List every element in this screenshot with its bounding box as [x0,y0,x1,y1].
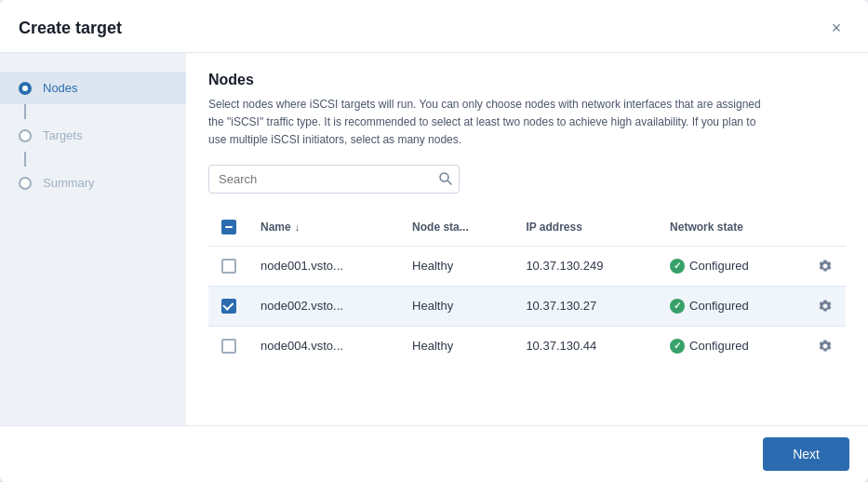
select-all-checkbox[interactable] [220,218,238,236]
nodes-table: Name ↓ Node sta... IP address Network st… [208,208,846,366]
col-header-name: Name ↓ [249,208,401,247]
dialog-footer: Next [0,425,868,482]
row3-gear-button[interactable] [816,337,835,355]
next-button[interactable]: Next [763,437,849,471]
gear-icon [818,339,833,354]
sidebar: Nodes Targets Summary [0,53,186,425]
search-container [208,165,460,194]
row1-gear-button[interactable] [816,257,835,275]
row3-ip-address: 10.37.130.44 [514,326,659,366]
row2-gear-button[interactable] [816,297,835,315]
svg-line-1 [448,181,452,185]
sidebar-item-targets[interactable]: Targets [0,119,186,152]
row1-checkbox[interactable] [220,257,238,275]
row1-node-status: Healthy [401,246,514,286]
row2-actions [805,286,846,326]
close-button[interactable]: × [823,15,849,41]
step-connector-1 [24,104,26,119]
search-button[interactable] [439,172,452,185]
step-connector-2 [24,152,26,167]
step-dot-nodes [19,82,32,95]
table-row: node004.vsto... Healthy 10.37.130.44 Con… [208,326,846,366]
dialog-title: Create target [19,19,122,38]
row3-name: node004.vsto... [249,326,401,366]
sidebar-label-targets: Targets [43,128,83,142]
col-header-ip-address: IP address [514,208,659,247]
search-icon [439,172,452,185]
row1-checkbox-cell [208,246,249,286]
checkbox-unchecked [221,339,236,354]
step-dot-targets [19,129,32,142]
row3-actions [805,326,846,366]
row2-network-state: Configured [659,286,805,326]
sort-arrow-icon[interactable]: ↓ [295,221,300,233]
search-input[interactable] [208,165,460,194]
row1-name: node001.vsto... [249,246,401,286]
table-header: Name ↓ Node sta... IP address Network st… [208,208,846,247]
col-header-actions [805,208,846,247]
section-title: Nodes [208,72,846,88]
create-target-dialog: Create target × Nodes Targets Summary [0,0,868,482]
sidebar-label-summary: Summary [43,176,95,190]
table-body: node001.vsto... Healthy 10.37.130.249 Co… [208,246,846,366]
row2-node-status: Healthy [401,286,514,326]
svg-point-0 [440,173,448,181]
dialog-body: Nodes Targets Summary Nodes Select nodes… [0,53,868,425]
sidebar-item-summary[interactable]: Summary [0,167,186,199]
section-description: Select nodes where iSCSI targets will ru… [208,96,767,150]
dialog-header: Create target × [0,0,868,53]
gear-icon [818,299,833,314]
status-icon-configured [670,259,685,274]
main-content: Nodes Select nodes where iSCSI targets w… [186,53,868,425]
row2-name: node002.vsto... [249,286,401,326]
row1-ip-address: 10.37.130.249 [514,246,659,286]
col-header-network-state: Network state [659,208,805,247]
col-header-checkbox [208,208,249,247]
row1-actions [805,246,846,286]
row2-checkbox-cell [208,286,249,326]
row2-ip-address: 10.37.130.27 [514,286,659,326]
table-row: node001.vsto... Healthy 10.37.130.249 Co… [208,246,846,286]
row3-network-state: Configured [659,326,805,366]
checkbox-indeterminate [221,220,236,234]
col-header-node-status: Node sta... [401,208,514,247]
row1-network-state: Configured [659,246,805,286]
checkbox-unchecked [221,259,236,274]
step-dot-summary [19,177,32,190]
sidebar-label-nodes: Nodes [43,81,78,95]
table-row: node002.vsto... Healthy 10.37.130.27 Con… [208,286,846,326]
row3-checkbox[interactable] [220,337,238,355]
row2-checkbox[interactable] [220,297,238,315]
status-icon-configured [670,339,685,354]
sidebar-item-nodes[interactable]: Nodes [0,72,186,104]
status-icon-configured [670,299,685,314]
checkbox-checked [221,299,236,314]
gear-icon [818,259,833,274]
row3-node-status: Healthy [401,326,514,366]
row3-checkbox-cell [208,326,249,366]
